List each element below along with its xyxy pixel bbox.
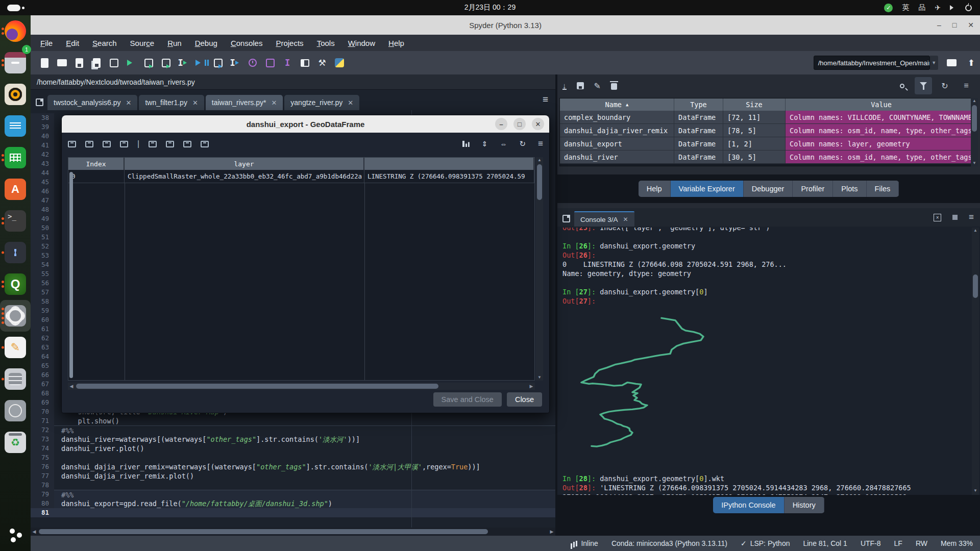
variable-value[interactable]: Column names: osm_id, name, type, other_… <box>786 151 977 163</box>
dock-app-icon[interactable] <box>5 305 26 327</box>
parent-directory-button[interactable]: ⬆ <box>968 58 975 68</box>
console-bottom-tab[interactable]: IPython Console <box>713 497 784 513</box>
insert-row-below-icon[interactable] <box>85 141 93 147</box>
dialog-horizontal-scrollbar[interactable]: ◀▶ <box>68 383 535 390</box>
network-icon[interactable]: 品 <box>918 3 925 12</box>
browse-directory-button[interactable] <box>943 55 961 70</box>
filter-icon[interactable] <box>915 77 932 94</box>
column-header-size[interactable]: Size <box>723 98 786 111</box>
menu-item[interactable]: Debug <box>188 39 224 47</box>
dock-app-icon[interactable]: Q <box>5 273 26 295</box>
variable-size[interactable]: [78, 5] <box>723 124 786 137</box>
pane-tab[interactable]: Profiler <box>793 181 833 197</box>
run-cell-advance-button[interactable] <box>157 55 175 70</box>
system-tray[interactable]: ✓ 英 品 ✈ <box>884 3 972 12</box>
variable-type[interactable]: DataFrame <box>674 124 723 137</box>
dock-item[interactable]: ✎ <box>0 332 31 363</box>
dock-app-icon[interactable]: >_ <box>5 210 26 232</box>
app-grid-icon[interactable] <box>5 524 26 546</box>
tab-close-icon[interactable]: ✕ <box>126 99 132 107</box>
column-header-geometry[interactable] <box>364 158 534 170</box>
console-bottom-tab[interactable]: History <box>785 497 824 513</box>
dialog-maximize-button[interactable]: □ <box>513 118 526 130</box>
dock-app-icon[interactable]: ✎ <box>5 337 26 358</box>
debug-selection-button[interactable]: I <box>227 55 244 70</box>
open-file-button[interactable] <box>53 55 70 70</box>
pane-tab[interactable]: Help <box>639 181 671 197</box>
variable-row[interactable]: danshui_river DataFrame [30, 5] Column n… <box>560 151 977 164</box>
dialog-titlebar[interactable]: danshui_export - GeoDataFrame – □ ✕ <box>62 115 549 133</box>
inspect-icon[interactable]: × <box>934 214 941 221</box>
lsp-status[interactable]: ✓LSP: Python <box>741 539 790 547</box>
run-selection-button[interactable]: I <box>175 55 192 70</box>
column-header-layer[interactable]: layer <box>125 158 364 170</box>
tab-close-icon[interactable]: ✕ <box>623 216 628 223</box>
cell-layer[interactable]: ClippedSmallRaster_whole_22a33bb0_eb32_4… <box>125 170 364 183</box>
editor-tab[interactable]: yangtze_river.py ✕ <box>284 95 359 110</box>
console-output[interactable]: Out[25]: Index(['layer', 'geometry'], dt… <box>558 228 971 495</box>
variable-type[interactable]: DataFrame <box>674 151 723 163</box>
editor-tab[interactable]: twstock_analysis6.py ✕ <box>47 95 137 110</box>
profile-file-button[interactable] <box>244 55 261 70</box>
variable-type[interactable]: DataFrame <box>674 137 723 150</box>
column-header-index[interactable]: Index <box>68 158 125 170</box>
dock-item[interactable] <box>0 15 31 47</box>
interrupt-kernel-icon[interactable] <box>952 215 958 220</box>
menu-item[interactable]: Help <box>382 39 411 47</box>
maximize-pane-button[interactable] <box>296 55 313 70</box>
column-header-value[interactable]: Value <box>786 98 977 111</box>
dock-app-icon[interactable] <box>5 115 26 137</box>
preferences-button[interactable]: ⚒ <box>313 55 331 70</box>
options-menu-icon[interactable]: ≡ <box>958 77 975 94</box>
dock-item[interactable]: A <box>0 173 31 205</box>
dock-item[interactable] <box>0 395 31 427</box>
dock-app-icon[interactable] <box>5 52 26 73</box>
input-method-indicator[interactable]: 英 <box>902 3 909 12</box>
duplicate-row-icon[interactable] <box>103 141 111 147</box>
system-clock[interactable]: 2月23日 00：29 <box>0 3 980 12</box>
import-data-icon[interactable]: ↓ <box>562 82 567 90</box>
menu-item[interactable]: Window <box>341 39 382 47</box>
dataframe-header[interactable]: Index layer <box>68 158 534 170</box>
dock-app-icon[interactable] <box>5 242 26 263</box>
dock-app-icon[interactable] <box>5 400 26 421</box>
dialog-vertical-scrollbar[interactable]: ▲▼ <box>536 157 543 381</box>
profile-selection-button[interactable]: I <box>279 55 296 70</box>
save-button[interactable] <box>70 55 88 70</box>
close-button[interactable]: ✕ <box>968 21 974 29</box>
new-cell-button[interactable] <box>105 55 122 70</box>
dock-app-icon[interactable]: ♻ <box>5 432 26 453</box>
insert-column-left-icon[interactable] <box>149 141 157 147</box>
pane-tab[interactable]: Debugger <box>744 181 793 197</box>
menu-item[interactable]: Search <box>86 39 124 47</box>
editor-tab[interactable]: taiwan_rivers.py* ✕ <box>206 95 283 110</box>
airplane-mode-icon[interactable]: ✈ <box>935 4 941 12</box>
minimize-button[interactable]: – <box>937 21 941 29</box>
column-header-type[interactable]: Type <box>674 98 723 111</box>
dock-item[interactable] <box>0 79 31 110</box>
console-scrollbar[interactable]: ▲▼ <box>972 228 979 495</box>
dock-item[interactable]: ♻ <box>0 427 31 458</box>
tab-close-icon[interactable]: ✕ <box>348 99 353 107</box>
remove-column-icon[interactable] <box>201 141 209 147</box>
dock-item[interactable]: 1 <box>0 47 31 79</box>
dialog-minimize-button[interactable]: – <box>495 118 507 130</box>
dock-item-app-grid[interactable] <box>0 519 31 551</box>
editor-options-icon[interactable]: ≡ <box>543 94 548 105</box>
run-file-button[interactable] <box>122 55 140 70</box>
variable-name[interactable]: danshui_export <box>560 137 674 150</box>
pane-tab[interactable]: Plots <box>833 181 866 197</box>
dock-item[interactable] <box>0 142 31 173</box>
new-file-button[interactable] <box>36 55 53 70</box>
variable-name[interactable]: complex_boundary <box>560 111 674 123</box>
menu-item[interactable]: Tools <box>310 39 341 47</box>
remove-variable-icon[interactable] <box>611 83 617 90</box>
menu-item[interactable]: Consoles <box>224 39 270 47</box>
dock-app-icon[interactable] <box>5 147 26 168</box>
dock-item[interactable] <box>0 237 31 268</box>
save-and-close-button[interactable]: Save and Close <box>433 392 502 407</box>
dialog-close-button-bottom[interactable]: Close <box>507 392 542 407</box>
dock-app-icon[interactable] <box>5 20 26 42</box>
tab-close-icon[interactable]: ✕ <box>271 99 277 107</box>
dock-app-icon[interactable]: A <box>5 179 26 200</box>
